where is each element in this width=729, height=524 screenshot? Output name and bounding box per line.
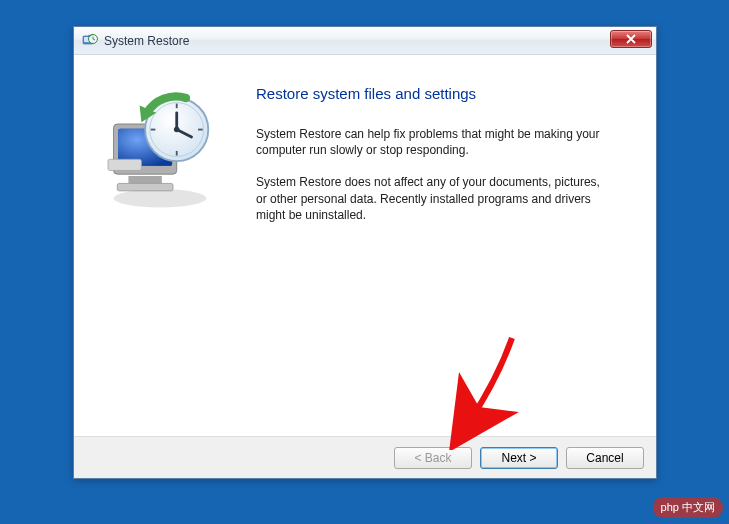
close-button[interactable]: [610, 30, 652, 48]
page-heading: Restore system files and settings: [256, 85, 626, 102]
description-paragraph-2: System Restore does not affect any of yo…: [256, 174, 606, 223]
illustration-pane: [74, 55, 246, 436]
window-title: System Restore: [104, 34, 189, 48]
system-restore-icon: [82, 33, 98, 49]
svg-point-19: [174, 127, 180, 133]
system-restore-window: System Restore: [73, 26, 657, 479]
svg-point-4: [114, 189, 207, 208]
titlebar[interactable]: System Restore: [74, 27, 656, 55]
close-icon: [626, 34, 636, 44]
svg-rect-8: [128, 176, 161, 183]
back-button: < Back: [394, 447, 472, 469]
cancel-button[interactable]: Cancel: [566, 447, 644, 469]
wizard-footer: < Back Next > Cancel: [74, 436, 656, 478]
content-area: Restore system files and settings System…: [74, 55, 656, 436]
svg-rect-9: [117, 183, 173, 190]
next-button[interactable]: Next >: [480, 447, 558, 469]
system-restore-illustration-icon: [95, 85, 225, 215]
svg-rect-10: [108, 159, 141, 170]
description-paragraph-1: System Restore can help fix problems tha…: [256, 126, 606, 158]
watermark-badge: php 中文网: [653, 497, 723, 518]
main-pane: Restore system files and settings System…: [246, 55, 656, 436]
